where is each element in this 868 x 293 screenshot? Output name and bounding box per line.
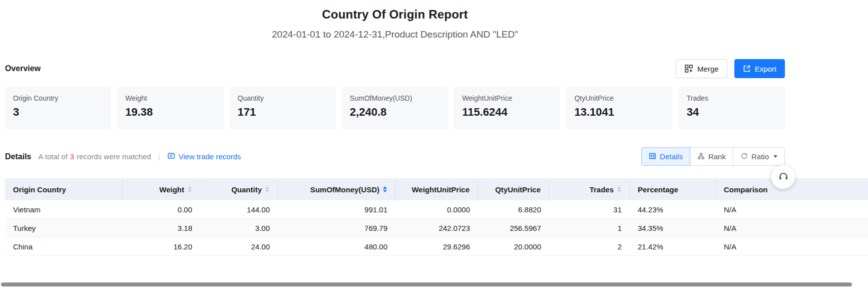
stat-card-value: 19.38 [125, 106, 215, 119]
tab-rank[interactable]: Rank [690, 147, 733, 166]
stat-card-weight: Weight 19.38 [117, 87, 223, 129]
details-toolbar: Details A total of 3 records were matche… [0, 147, 790, 166]
cell-comparison: N/A [716, 224, 868, 232]
stat-card-origin-country: Origin Country 3 [5, 87, 111, 129]
overview-toolbar: Overview Merge Export [0, 59, 790, 78]
stat-card-label: QtyUnitPrice [574, 94, 664, 102]
column-header-label: Quantity [231, 185, 262, 194]
cell-sum-of-money: 480.00 [278, 242, 395, 251]
cell-qty-unit-price: 256.5967 [478, 224, 549, 232]
rank-icon [697, 152, 705, 161]
stat-card-label: Quantity [238, 94, 328, 102]
column-header-percentage: Percentage [630, 178, 716, 200]
stat-card-label: SumOfMoney(USD) [350, 94, 440, 102]
horizontal-scrollbar[interactable] [1, 282, 852, 286]
cell-sum-of-money: 991.01 [278, 205, 395, 214]
cell-weight: 0.00 [123, 205, 200, 214]
cell-trades: 2 [549, 242, 630, 251]
records-summary-prefix: A total of [38, 152, 67, 161]
export-button-label: Export [755, 65, 776, 73]
merge-button-label: Merge [697, 65, 719, 73]
cell-quantity: 24.00 [200, 242, 278, 251]
sort-icon [188, 186, 192, 192]
cell-origin-country: China [5, 242, 123, 251]
column-header-sum-of-money[interactable]: SumOfMoney(USD) [278, 178, 395, 200]
table-view-icon [649, 152, 656, 161]
report-header: Country Of Origin Report 2024-01-01 to 2… [0, 0, 790, 40]
column-header-label: WeightUnitPrice [411, 185, 470, 194]
cell-quantity: 3.00 [200, 224, 278, 232]
stat-card-value: 3 [13, 106, 103, 119]
stat-card-label: Trades [687, 94, 777, 102]
export-icon [743, 65, 751, 73]
view-switcher: Details Rank Ratio [641, 147, 785, 166]
column-header-weight-unit-price: WeightUnitPrice [395, 178, 478, 200]
cell-weight: 16.20 [123, 242, 200, 251]
merge-button[interactable]: Merge [676, 59, 727, 78]
cell-comparison: N/A [716, 205, 868, 214]
export-button[interactable]: Export [734, 59, 785, 78]
toolbar-actions: Merge Export [676, 59, 785, 78]
table-row-china: China 16.20 24.00 480.00 29.6296 20.0000… [5, 237, 868, 256]
headset-icon [777, 170, 789, 184]
column-header-label: Weight [159, 185, 184, 194]
stat-card-label: Origin Country [13, 94, 103, 102]
cell-trades: 31 [549, 205, 630, 214]
ratio-refresh-icon [740, 152, 748, 161]
stat-card-sum-of-money: SumOfMoney(USD) 2,240.8 [342, 87, 448, 129]
cell-origin-country: Turkey [5, 224, 123, 232]
tab-rank-label: Rank [708, 152, 726, 161]
sort-icon [617, 186, 621, 192]
column-header-label: SumOfMoney(USD) [310, 185, 379, 194]
column-header-label: Origin Country [13, 185, 66, 194]
table-row-vietnam: Vietnam 0.00 144.00 991.01 0.0000 6.8820… [5, 200, 868, 219]
chevron-down-icon [773, 155, 777, 158]
stat-card-value: 2,240.8 [350, 106, 440, 119]
cell-qty-unit-price: 6.8820 [478, 205, 549, 214]
stat-card-trades: Trades 34 [679, 87, 785, 129]
cell-trades: 1 [549, 224, 630, 232]
table-row-turkey: Turkey 3.18 3.00 769.79 242.0723 256.596… [5, 219, 868, 237]
cell-origin-country: Vietnam [5, 205, 123, 214]
sort-icon [265, 186, 269, 192]
table-header-row: Origin Country Weight Quantity SumOfMone… [5, 178, 868, 200]
stat-card-quantity: Quantity 171 [230, 87, 336, 129]
records-count: 3 [70, 152, 74, 161]
cell-weight: 3.18 [123, 224, 200, 232]
view-trade-records-link[interactable]: View trade records [167, 152, 241, 161]
vertical-divider: | [158, 152, 160, 161]
column-header-label: Comparison [724, 185, 768, 194]
cell-quantity: 144.00 [200, 205, 278, 214]
column-header-trades[interactable]: Trades [549, 178, 630, 200]
stat-card-weight-unit-price: WeightUnitPrice 115.6244 [454, 87, 560, 129]
overview-heading: Overview [5, 64, 41, 73]
stat-card-value: 34 [687, 106, 777, 119]
tab-details-label: Details [660, 152, 683, 161]
column-header-label: Trades [590, 185, 614, 194]
support-float-button[interactable] [771, 165, 795, 189]
cell-percentage: 34.35% [630, 224, 716, 232]
details-heading: Details [5, 152, 31, 161]
cell-sum-of-money: 769.79 [278, 224, 395, 232]
trade-records-icon [167, 152, 175, 161]
tab-details[interactable]: Details [641, 147, 690, 166]
cell-qty-unit-price: 20.0000 [478, 242, 549, 251]
cell-percentage: 44.23% [630, 205, 716, 214]
cell-percentage: 21.42% [630, 242, 716, 251]
stat-card-value: 13.1041 [574, 106, 664, 119]
view-trade-records-label: View trade records [179, 152, 241, 161]
column-header-weight[interactable]: Weight [123, 178, 200, 200]
cell-weight-unit-price: 0.0000 [395, 205, 478, 214]
cell-comparison: N/A [716, 242, 868, 251]
tab-ratio[interactable]: Ratio [733, 147, 785, 166]
merge-icon [684, 64, 693, 73]
stat-card-label: Weight [125, 94, 215, 102]
country-of-origin-report-page: Country Of Origin Report 2024-01-01 to 2… [0, 0, 868, 256]
stat-card-qty-unit-price: QtyUnitPrice 13.1041 [566, 87, 672, 129]
tab-ratio-label: Ratio [751, 152, 769, 161]
cell-weight-unit-price: 29.6296 [395, 242, 478, 251]
page-subtitle: 2024-01-01 to 2024-12-31,Product Descrip… [0, 29, 790, 40]
column-header-quantity[interactable]: Quantity [200, 178, 278, 200]
page-title: Country Of Origin Report [0, 8, 790, 22]
stat-card-value: 115.6244 [462, 106, 552, 119]
